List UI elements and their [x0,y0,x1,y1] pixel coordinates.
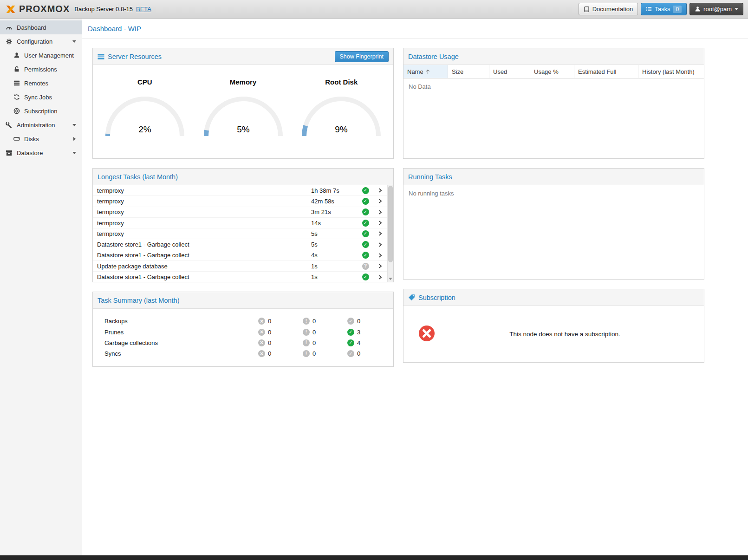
task-list-icon [646,6,652,12]
column-header-history[interactable]: History (last Month) [638,65,704,78]
user-menu-button[interactable]: root@pam [689,3,743,15]
collapse-arrow-icon[interactable] [72,150,77,156]
error-count-icon [258,329,265,336]
tasks-button[interactable]: Tasks 0 [641,3,687,15]
task-summary-body: Backups 0 0 0 Prunes 0 0 3 Garbage colle… [93,309,393,359]
open-task-chevron-icon[interactable] [373,230,387,237]
collapse-arrow-icon[interactable] [72,122,77,128]
sidebar-item-subscription[interactable]: Subscription [0,104,82,118]
open-task-chevron-icon[interactable] [373,220,387,226]
scrollbar-down-button[interactable] [388,276,393,282]
sidebar-item-administration[interactable]: Administration [0,118,82,132]
task-status-icon [362,187,369,194]
open-task-chevron-icon[interactable] [373,209,387,215]
column-header-name[interactable]: Name [403,65,448,78]
proxmox-logo: PROXMOX [5,4,70,15]
task-row[interactable]: Datastore store1 - Garbage collect 5s [93,239,387,250]
sidebar-item-dashboard[interactable]: Dashboard [0,20,82,34]
vertical-scrollbar[interactable] [387,185,393,282]
error-count-icon [258,318,265,325]
sidebar-item-sync-jobs[interactable]: Sync Jobs [0,90,82,104]
task-status-icon [362,230,369,237]
summary-row: Prunes 0 0 3 [93,326,393,337]
gears-icon [6,38,13,45]
cpu-gauge: CPU 2% [98,78,191,138]
scrollbar-thumb[interactable] [388,186,393,262]
task-row[interactable]: Datastore store1 - Garbage collect 4s [93,250,387,261]
resource-gauges: CPU 2% Memory 5% [93,65,393,138]
beta-link[interactable]: BETA [136,6,151,13]
page-title-bar: Dashboard - WIP [82,19,748,39]
warning-count-icon [303,329,310,336]
proxmox-x-icon [5,4,17,15]
documentation-button[interactable]: Documentation [579,3,638,15]
error-count-icon [258,350,265,357]
book-icon [584,6,590,13]
task-row[interactable]: termproxy 14s [93,218,387,228]
task-row[interactable]: termproxy 42m 58s [93,196,387,207]
column-header-size[interactable]: Size [448,65,489,78]
longest-tasks-panel: Longest Tasks (last Month) termproxy 1h … [92,168,394,282]
hdd-icon [13,136,20,143]
task-row[interactable]: termproxy 1h 38m 7s [93,185,387,196]
memory-gauge: Memory 5% [197,78,290,138]
tasks-count-badge: 0 [673,6,682,13]
task-row[interactable]: termproxy 3m 21s [93,207,387,218]
sidebar-item-user-management[interactable]: User Management [0,48,82,62]
open-task-chevron-icon[interactable] [373,241,387,248]
show-fingerprint-button[interactable]: Show Fingerprint [335,51,389,62]
expand-arrow-icon[interactable] [72,136,77,142]
sidebar-item-datastore[interactable]: Datastore [0,146,82,160]
svg-text:2%: 2% [138,124,151,134]
bottom-dark-strip [0,555,748,560]
chevron-down-icon [735,8,738,10]
summary-row: Backups 0 0 0 [93,316,393,326]
ok-count-icon [347,318,354,325]
open-task-chevron-icon[interactable] [373,263,387,269]
wrench-icon [6,122,13,129]
task-row[interactable]: Datastore store1 - Garbage collect 1s [93,272,387,282]
open-task-chevron-icon[interactable] [373,187,387,194]
task-status-icon [362,263,369,270]
datastore-usage-header: Datastore Usage [403,48,704,65]
open-task-chevron-icon[interactable] [373,252,387,259]
resources-bars-icon [98,53,104,60]
sidebar: Dashboard Configuration User Management … [0,19,82,555]
life-ring-icon [13,108,20,115]
summary-row: Garbage collections 0 0 4 [93,338,393,348]
ticket-icon [408,294,415,301]
column-header-used[interactable]: Used [489,65,530,78]
task-status-icon [362,198,369,205]
archive-icon [6,150,13,156]
task-row[interactable]: Update package database 1s [93,261,387,272]
column-header-estimated-full[interactable]: Estimated Full [574,65,638,78]
svg-text:9%: 9% [335,124,348,134]
sidebar-item-configuration[interactable]: Configuration [0,34,82,48]
sync-icon [13,94,20,101]
ok-count-icon [347,339,354,346]
open-task-chevron-icon[interactable] [373,274,387,280]
unlock-icon [13,66,20,73]
task-row[interactable]: termproxy 5s [93,228,387,239]
no-subscription-icon [418,325,435,344]
task-status-icon [362,208,369,215]
sidebar-item-remotes[interactable]: Remotes [0,76,82,90]
sidebar-item-disks[interactable]: Disks [0,132,82,146]
subscription-panel: Subscription This node does not have a s… [403,289,704,363]
ok-count-icon [347,329,354,336]
column-header-usage-percent[interactable]: Usage % [530,65,574,78]
warning-count-icon [303,350,310,357]
server-icon [13,80,20,87]
longest-tasks-grid: termproxy 1h 38m 7s termproxy 42m 58s te… [93,185,393,282]
root-disk-gauge: Root Disk 9% [295,78,388,138]
datastore-usage-panel: Datastore Usage Name Size Used Usage % E… [403,48,704,159]
no-data-text: No Data [403,78,704,95]
collapse-arrow-icon[interactable] [72,39,77,44]
open-task-chevron-icon[interactable] [373,198,387,204]
tachometer-icon [6,24,13,31]
page-title: Dashboard - WIP [88,25,141,33]
main-area: Dashboard - WIP Server Resources Show Fi… [82,19,748,555]
sidebar-item-permissions[interactable]: Permissions [0,62,82,76]
top-bar: PROXMOX Backup Server 0.8-15 BETA Docume… [0,0,748,19]
task-summary-panel: Task Summary (last Month) Backups 0 0 0 … [92,292,394,367]
